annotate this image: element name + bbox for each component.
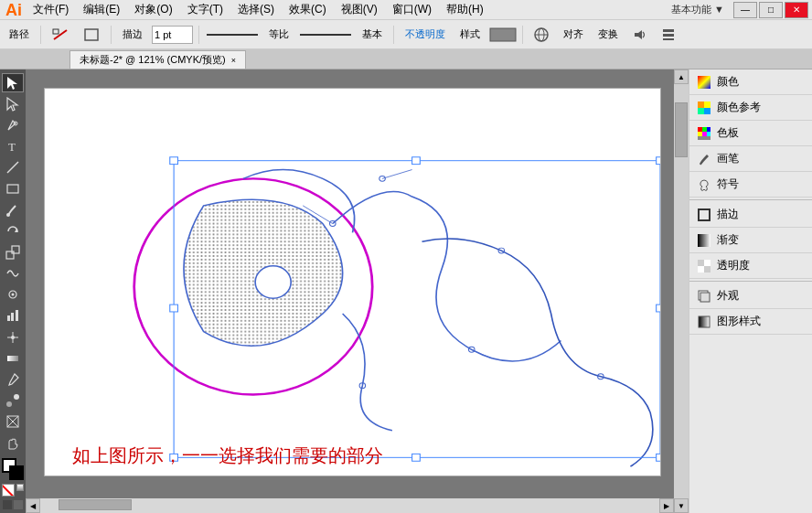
menu-bar[interactable]: 文件(F) 编辑(E) 对象(O) 文字(T) 选择(S) 效果(C) 视图(V… (26, 0, 491, 19)
svg-point-28 (11, 336, 15, 339)
toolbar-separator5 (522, 26, 523, 44)
menu-object[interactable]: 对象(O) (127, 0, 179, 19)
scale-tool[interactable] (2, 242, 24, 262)
menu-select[interactable]: 选择(S) (230, 0, 282, 19)
menu-window[interactable]: 窗口(W) (385, 0, 439, 19)
scroll-right-button[interactable]: ▶ (659, 498, 674, 513)
hand-tool[interactable] (2, 433, 24, 453)
caption-text: 如上图所示，一一选择我们需要的部分 (72, 444, 660, 468)
slice-tool[interactable] (2, 412, 24, 432)
line-tool[interactable] (2, 158, 24, 177)
vertical-scrollbar[interactable]: ▲ ▼ (674, 69, 689, 513)
menu-help[interactable]: 帮助(H) (439, 0, 491, 19)
text-tool[interactable]: T (2, 137, 24, 156)
direct-selection-tool[interactable] (2, 94, 24, 113)
svg-rect-54 (698, 76, 710, 89)
panel-symbol[interactable]: 符号 (689, 172, 812, 198)
scroll-left-button[interactable]: ◀ (26, 498, 40, 513)
svg-rect-58 (704, 108, 710, 114)
opacity-label[interactable]: 不透明度 (400, 25, 451, 44)
svg-rect-70 (698, 266, 704, 273)
svg-rect-67 (698, 234, 710, 247)
preview-mode-icon[interactable] (14, 500, 23, 509)
stroke-value-input[interactable] (152, 26, 193, 44)
bg-color-swatch[interactable] (9, 465, 24, 480)
panel-appearance[interactable]: 外观 (689, 283, 812, 309)
panel-colorref[interactable]: 颜色参考 (689, 95, 812, 121)
scroll-track[interactable] (674, 84, 689, 498)
stroke-panel-icon (697, 208, 711, 222)
panel-color[interactable]: 颜色 (689, 69, 812, 95)
horizontal-scrollbar[interactable]: ◀ ▶ (26, 498, 674, 513)
menu-text[interactable]: 文字(T) (180, 0, 230, 19)
text-icon: T (5, 139, 20, 154)
tab-bar: 未标题-2* @ 121% (CMYK/预览) × (0, 49, 812, 69)
normal-mode-icon[interactable] (3, 500, 12, 509)
left-toolbar: T (0, 69, 26, 513)
menu-view[interactable]: 视图(V) (334, 0, 385, 19)
blend-tool[interactable] (2, 391, 24, 411)
transparency-panel-label: 透明度 (717, 258, 750, 273)
settings-button[interactable] (657, 26, 680, 44)
rotate-tool[interactable] (2, 221, 24, 240)
scroll-up-button[interactable]: ▲ (674, 69, 689, 84)
toolbar-separator2 (111, 26, 112, 44)
brush-icon (697, 152, 711, 166)
svg-rect-26 (11, 313, 14, 321)
window-maximize-button[interactable]: □ (759, 2, 783, 18)
stroke-icon-btn[interactable] (47, 26, 74, 44)
column-graph-tool[interactable] (2, 306, 24, 326)
svg-rect-64 (707, 132, 710, 136)
eyedropper-tool[interactable] (2, 369, 24, 389)
panel-brush[interactable]: 画笔 (689, 146, 812, 172)
svg-rect-74 (699, 316, 710, 327)
gradient-panel-label: 渐变 (717, 232, 739, 248)
none-color-button[interactable] (2, 484, 15, 497)
toolbar-separator3 (198, 26, 199, 44)
speaker-button[interactable] (627, 26, 653, 44)
selection-tool[interactable] (2, 73, 24, 92)
svg-line-43 (382, 170, 412, 179)
svg-line-17 (7, 162, 18, 173)
tab-close-button[interactable]: × (231, 56, 236, 65)
hscroll-thumb[interactable] (59, 499, 132, 510)
brush-tool[interactable] (2, 200, 24, 219)
panel-graphicstyle[interactable]: 图形样式 (689, 309, 812, 335)
brush-panel-label: 画笔 (717, 151, 739, 166)
svg-rect-12 (663, 38, 674, 40)
scroll-down-button[interactable]: ▼ (674, 498, 689, 513)
panel-stroke[interactable]: 描边 (689, 202, 812, 228)
svg-rect-62 (698, 132, 702, 136)
panel-swatches[interactable]: 色板 (689, 121, 812, 146)
workspace-selector[interactable]: 基本功能 ▼ (664, 3, 732, 16)
mesh-tool[interactable] (2, 327, 24, 347)
scroll-thumb[interactable] (675, 102, 688, 157)
pen-tool[interactable] (2, 115, 24, 134)
window-minimize-button[interactable]: — (733, 2, 757, 18)
warp-tool[interactable] (2, 264, 24, 283)
appearance-icon (697, 289, 711, 304)
gradient-tool[interactable] (2, 348, 24, 368)
fg-bg-colors (2, 458, 24, 480)
canvas-area[interactable]: 如上图所示，一一选择我们需要的部分 ▲ ▼ ◀ ▶ (26, 69, 689, 513)
menu-file[interactable]: 文件(F) (26, 0, 76, 19)
profile-button[interactable] (529, 25, 554, 45)
symbol-tool[interactable] (2, 285, 24, 305)
base-label: 基本 (357, 25, 388, 44)
menu-effect[interactable]: 效果(C) (282, 0, 334, 19)
toolbar-separator (40, 26, 41, 44)
stroke-rect-btn[interactable] (78, 25, 105, 45)
menu-edit[interactable]: 编辑(E) (76, 0, 127, 19)
svg-rect-27 (16, 310, 18, 321)
panel-gradient[interactable]: 渐变 (689, 228, 812, 253)
speaker-icon (633, 28, 647, 41)
svg-rect-60 (702, 127, 707, 132)
gradient-swatch[interactable] (16, 484, 24, 491)
document-tab[interactable]: 未标题-2* @ 121% (CMYK/预览) × (69, 50, 246, 69)
swatches-panel-label: 色板 (717, 125, 739, 141)
rect-tool[interactable] (2, 179, 24, 198)
window-close-button[interactable]: ✕ (785, 2, 808, 18)
hscroll-track[interactable] (40, 498, 659, 513)
panel-transparency[interactable]: 透明度 (689, 253, 812, 279)
svg-rect-63 (702, 132, 707, 136)
